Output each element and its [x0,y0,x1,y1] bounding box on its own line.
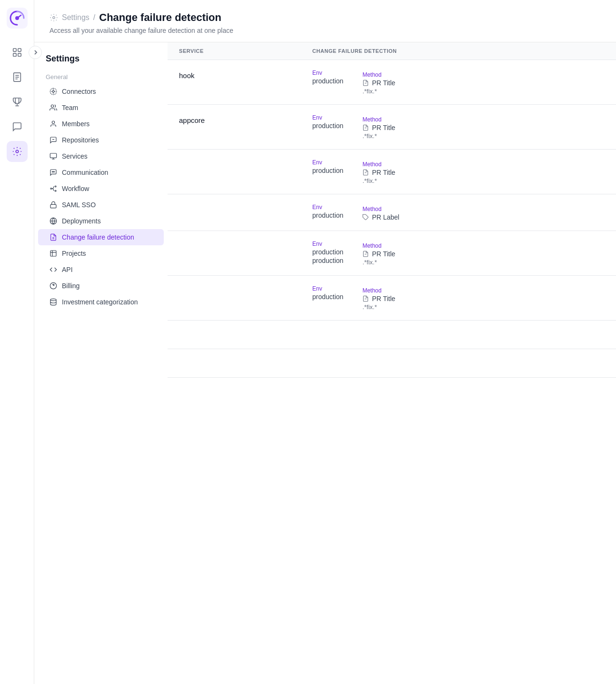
services-icon [50,152,57,160]
detection-pair: Env production Method PR Label [312,204,605,221]
method-text: PR Title [372,79,395,87]
workflow-icon [50,185,57,192]
settings-item-team[interactable]: Team [38,100,164,116]
detection-cell-appcore: Env production Method PR Title .* [312,114,605,140]
nav-apps-button[interactable] [7,42,28,63]
env-label: Env [312,159,343,166]
breadcrumb-separator: / [93,13,95,22]
nav-settings-button[interactable] [7,141,28,162]
env-value: production [312,122,343,130]
detection-pair: Env production production Method PR Titl… [312,241,605,266]
detection-cell-4: Env production Method PR Label [312,204,605,221]
pr-label-icon [362,214,369,221]
pr-title-icon [362,80,369,86]
col-header-detection: CHANGE FAILURE DETECTION [312,48,605,54]
settings-item-members[interactable]: Members [38,116,164,132]
table-area: SERVICE CHANGE FAILURE DETECTION hook En… [168,42,616,684]
settings-item-billing[interactable]: Billing [38,278,164,294]
env-label: Env [312,70,343,76]
svg-point-20 [53,171,53,172]
env-group: Env production [312,159,343,184]
env-group: Env production [312,114,343,140]
pr-title-icon [362,295,369,302]
settings-item-services[interactable]: Services [38,148,164,164]
svg-point-21 [54,171,54,172]
env-group: Env production [312,70,343,95]
settings-item-projects[interactable]: Projects [38,245,164,262]
settings-item-communication[interactable]: Communication [38,164,164,181]
team-icon [50,104,57,111]
svg-rect-25 [50,204,56,208]
method-group: Method PR Title .*fix.* [362,241,395,266]
api-label: API [62,266,73,273]
env-label: Env [312,114,343,121]
service-name-hook: hook [179,70,312,80]
method-group: Method PR Title .*fix.* [362,159,395,184]
regex-value: .*fix.* [362,177,395,184]
repositories-icon [50,136,57,144]
settings-item-deployments[interactable]: Deployments [38,213,164,229]
settings-item-saml-sso[interactable]: SAML SSO [38,197,164,213]
method-value: PR Title [362,295,395,302]
env-value: production [312,77,343,85]
table-row: Env production Method PR Label [168,194,616,231]
regex-value: .*fix.* [362,88,395,95]
regex-value: .*fix.* [362,303,395,311]
page-header: Settings / Change failure detection Acce… [34,0,616,42]
method-label: Method [362,116,395,123]
service-name-5 [179,241,312,242]
detection-cell-3: Env production Method PR Title .* [312,159,605,184]
change-failure-label: Change failure detection [62,233,134,241]
svg-rect-30 [50,251,56,256]
method-value: PR Title [362,124,395,131]
api-icon [50,266,57,273]
table-row: hook Env production Method [168,60,616,105]
projects-icon [50,250,57,257]
saml-icon [50,201,57,209]
team-label: Team [62,104,78,111]
detection-pair: Env production Method PR Title .* [312,114,605,140]
service-name-3 [179,159,312,161]
settings-item-api[interactable]: API [38,262,164,278]
svg-rect-16 [50,153,56,158]
method-group: Method PR Label [362,204,399,221]
app-logo [7,8,28,30]
billing-icon [50,282,57,290]
projects-label: Projects [62,250,86,257]
breadcrumb: Settings / Change failure detection [50,11,601,24]
svg-point-14 [52,121,54,123]
service-name-appcore: appcore [179,114,312,124]
empty-row [168,321,616,349]
method-value: PR Label [362,213,399,221]
svg-point-10 [16,150,19,153]
table-container: SERVICE CHANGE FAILURE DETECTION hook En… [168,42,616,378]
nav-trophy-button[interactable] [7,91,28,112]
members-icon [50,120,57,128]
pr-title-icon [362,169,369,176]
svg-point-22 [50,188,52,190]
method-group: Method PR Title .*fix.* [362,70,395,95]
env-group: Env production production [312,241,343,266]
repositories-label: Repositories [62,136,99,144]
settings-item-repositories[interactable]: Repositories [38,132,164,148]
investment-icon [50,298,57,306]
settings-item-connectors[interactable]: Connectors [38,83,164,100]
method-label: Method [362,242,395,249]
nav-docs-button[interactable] [7,67,28,88]
workflow-label: Workflow [62,185,89,192]
svg-point-23 [55,186,56,187]
settings-item-investment[interactable]: Investment categorization [38,294,164,310]
collapse-button[interactable] [29,46,42,59]
communication-icon [50,169,57,176]
nav-chat-button[interactable] [7,116,28,137]
settings-item-change-failure-detection[interactable]: Change failure detection [38,229,164,245]
pr-title-icon [362,251,369,257]
deployments-icon [50,217,57,225]
billing-label: Billing [62,282,79,290]
svg-rect-3 [18,49,20,51]
table-row: appcore Env production Method [168,105,616,150]
env-group: Env production [312,204,343,221]
svg-point-12 [52,91,54,92]
settings-item-workflow[interactable]: Workflow [38,181,164,197]
regex-value: .*fix.* [362,132,395,140]
